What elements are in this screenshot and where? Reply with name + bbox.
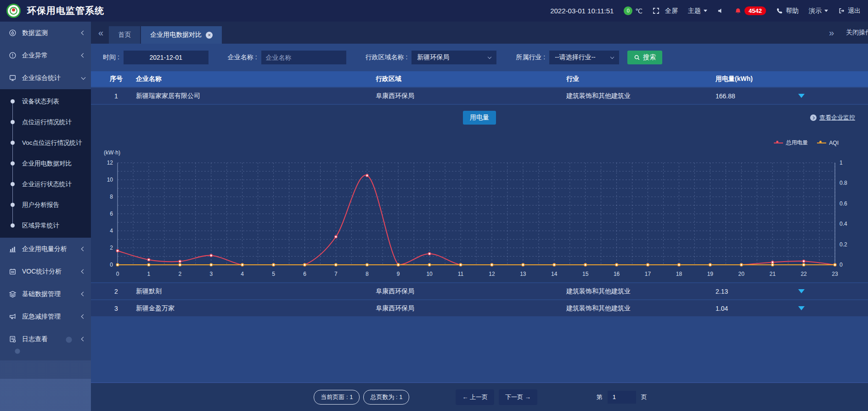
sidebar-subitem-region-abnormal[interactable]: 区域异常统计 — [0, 215, 91, 236]
industry-select[interactable]: --请选择行业-- — [549, 51, 619, 64]
sidebar-item-label: 日志查看 — [22, 335, 76, 343]
sidebar-subitem-point-status[interactable]: 点位运行情况统计 — [0, 112, 91, 132]
alert-circle-icon — [9, 51, 17, 59]
top-header: 环保用电监管系统 2022-03-01 10:11:51 0 ℃ 全屏 主题 — [0, 0, 868, 22]
region-select[interactable]: 新疆环保局 — [411, 51, 496, 64]
tab-usage-compare[interactable]: 企业用电数据对比 × — [141, 26, 222, 44]
svg-text:2: 2 — [110, 245, 113, 251]
tabs-scroll-left-icon[interactable]: « — [93, 28, 109, 37]
caret-down-icon — [824, 10, 828, 12]
theme-label: 主题 — [688, 7, 701, 15]
svg-text:14: 14 — [551, 271, 558, 277]
svg-text:22: 22 — [800, 271, 807, 277]
sidebar-subitem-user-report[interactable]: 用户分析报告 — [0, 194, 91, 215]
expand-row-arrow[interactable] — [798, 94, 805, 98]
table-row[interactable]: 3 新疆金盈万家 阜康西环保局 建筑装饰和其他建筑业 1.04 — [91, 300, 868, 316]
demo-menu[interactable]: 演示 — [809, 7, 828, 15]
svg-text:1: 1 — [840, 160, 843, 166]
search-icon — [634, 54, 640, 61]
bullet-dot-icon — [11, 120, 15, 124]
chevron-down-icon — [610, 55, 614, 58]
close-operations-button[interactable]: 关闭操作 — [846, 29, 868, 37]
sidebar-item-company-abnormal[interactable]: 企业异常 — [0, 44, 91, 67]
svg-text:17: 17 — [645, 271, 651, 277]
fullscreen-button[interactable]: 全屏 — [653, 7, 678, 15]
legend-line-icon — [817, 143, 826, 143]
tab-close-icon[interactable]: × — [206, 32, 213, 39]
speaker-icon — [717, 7, 724, 14]
view-company-monitor-link[interactable]: 查看企业监控 — [810, 114, 855, 122]
column-header-index: 序号 — [100, 75, 132, 83]
svg-text:12: 12 — [107, 160, 113, 166]
expand-row-arrow[interactable] — [798, 306, 805, 310]
mute-button[interactable] — [717, 7, 724, 14]
next-page-button[interactable]: 下一页 → — [499, 389, 537, 405]
line-chart: (kW·h)02468101200.20.40.60.8101234567891… — [96, 126, 862, 280]
page-suffix-label: 页 — [641, 393, 647, 401]
prev-page-button[interactable]: ← 上一页 — [456, 389, 494, 405]
svg-text:18: 18 — [676, 271, 682, 277]
tab-home[interactable]: 首页 — [109, 26, 140, 44]
chevron-left-icon — [81, 53, 86, 58]
legend-item-total-usage[interactable]: 总用电量 — [774, 139, 808, 147]
help-button[interactable]: 帮助 — [776, 7, 799, 15]
app-title: 环保用电监管系统 — [27, 5, 104, 17]
chevron-left-icon — [81, 337, 86, 342]
sidebar-item-label: VOC统计分析 — [22, 268, 76, 276]
sidebar-item-usage-analysis[interactable]: 企业用电量分析 — [0, 238, 91, 260]
svg-text:8: 8 — [110, 194, 113, 200]
layers-icon — [9, 290, 17, 298]
search-button[interactable]: 搜索 — [627, 51, 662, 64]
phone-icon — [776, 7, 783, 14]
expand-row-arrow[interactable] — [798, 289, 805, 293]
svg-text:10: 10 — [426, 271, 433, 277]
sidebar-subitem-usage-compare[interactable]: 企业用电数据对比 — [0, 153, 91, 174]
sidebar-item-company-statistics[interactable]: 企业综合统计 — [0, 67, 91, 89]
circle-arrow-icon — [810, 114, 817, 121]
page-nav-buttons: ← 上一页 下一页 → — [453, 389, 539, 405]
column-header-company: 企业名称 — [132, 75, 376, 83]
page-jump: 第 页 — [597, 391, 647, 404]
sidebar-subitem-device-status[interactable]: 设备状态列表 — [0, 91, 91, 112]
legend-item-aqi[interactable]: AQI — [817, 140, 839, 146]
svg-text:20: 20 — [738, 271, 745, 277]
sidebar-item-voc-analysis[interactable]: VOC统计分析 — [0, 260, 91, 283]
notification-count-badge: 4542 — [744, 6, 766, 15]
svg-text:(kW·h): (kW·h) — [104, 149, 120, 156]
empty-panel — [91, 316, 868, 382]
app-window: 环保用电监管系统 2022-03-01 10:11:51 0 ℃ 全屏 主题 — [0, 0, 868, 411]
svg-text:0.2: 0.2 — [840, 241, 847, 248]
bell-icon — [734, 7, 742, 15]
sidebar-item-log-view[interactable]: 日志查看 — [0, 328, 91, 350]
company-name-input[interactable] — [261, 51, 346, 64]
sidebar-subitem-run-status[interactable]: 企业运行状态统计 — [0, 174, 91, 194]
chevron-left-icon — [81, 314, 86, 319]
theme-menu[interactable]: 主题 — [688, 7, 707, 15]
sidebar-item-label: 数据监测 — [22, 29, 76, 37]
svg-text:3: 3 — [209, 271, 213, 277]
sidebar-item-label: 企业异常 — [22, 51, 76, 60]
svg-text:6: 6 — [303, 271, 306, 277]
table-row[interactable]: 1 新疆瑞家家居有限公司 阜康西环保局 建筑装饰和其他建筑业 166.88 — [91, 88, 868, 104]
sidebar-item-emergency-reduce[interactable]: 应急减排管理 — [0, 305, 91, 328]
sidebar-item-label: 基础数据管理 — [22, 290, 76, 298]
temperature-indicator: 0 ℃ — [624, 6, 643, 15]
sidebar-item-data-monitoring[interactable]: 数据监测 — [0, 22, 91, 44]
column-header-kwh: 用电量(kWh) — [716, 75, 798, 83]
notifications-button[interactable]: 4542 — [734, 6, 766, 15]
tab-bar-right: » 关闭操作 — [829, 28, 868, 37]
logout-button[interactable]: 退出 — [838, 7, 861, 15]
tabs-scroll-right-icon[interactable]: » — [829, 28, 834, 37]
caret-down-icon — [704, 10, 707, 12]
region-label: 行政区域名称 : — [366, 53, 408, 62]
table-row[interactable]: 2 新疆默刻 阜康西环保局 建筑装饰和其他建筑业 2.13 — [91, 283, 868, 299]
usage-chart: 总用电量 AQI (kW·h)02468101200.20.40.60.8101… — [96, 126, 862, 280]
fullscreen-icon — [653, 7, 659, 14]
sidebar-item-base-data[interactable]: 基础数据管理 — [0, 283, 91, 305]
total-pages-badge: 总页数为 : 1 — [363, 390, 409, 405]
sidebar-subitem-voc-point-status[interactable]: Voc点位运行情况统计 — [0, 132, 91, 153]
time-input[interactable] — [124, 51, 209, 64]
usage-tab-button[interactable]: 用电量 — [463, 111, 496, 125]
chevron-down-icon — [81, 75, 86, 80]
page-number-input[interactable] — [608, 391, 636, 404]
